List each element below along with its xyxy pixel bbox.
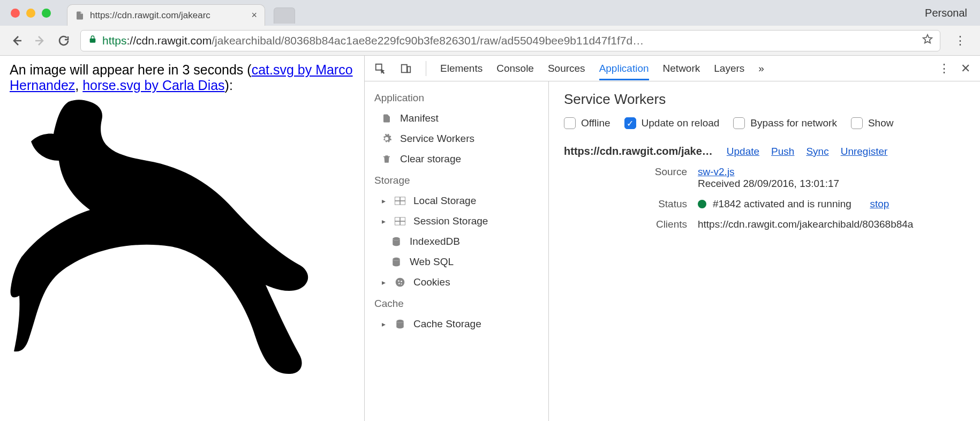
tab-title: https://cdn.rawgit.com/jakearc — [90, 10, 210, 21]
tab-network[interactable]: Network — [663, 63, 700, 74]
sidebar-clear-storage[interactable]: Clear storage — [365, 149, 548, 169]
lock-icon — [88, 34, 97, 47]
tab-more[interactable]: » — [758, 63, 764, 74]
sidebar-cache-storage[interactable]: Cache Storage — [374, 314, 548, 334]
reload-icon — [57, 34, 70, 47]
svg-point-19 — [396, 320, 404, 323]
close-window-button[interactable] — [11, 9, 20, 18]
group-storage: Storage — [365, 169, 548, 191]
svg-rect-0 — [402, 64, 407, 72]
back-button[interactable] — [10, 34, 24, 48]
svg-rect-1 — [408, 66, 411, 72]
sw-origin: https://cdn.rawgit.com/jake… — [564, 145, 713, 157]
devtools-tab-bar: Elements Console Sources Application Net… — [365, 56, 980, 81]
sw-action-links: Update Push Sync Unregister — [727, 146, 888, 157]
sw-stop-link[interactable]: stop — [870, 198, 889, 210]
status-dot-icon — [698, 200, 706, 208]
devtools-close-icon[interactable]: ✕ — [961, 62, 970, 76]
svg-point-16 — [401, 281, 402, 282]
status-label: Status — [623, 198, 687, 210]
label: Manifest — [400, 112, 439, 124]
inspect-icon[interactable] — [374, 63, 386, 74]
devtools-panel: Elements Console Sources Application Net… — [364, 56, 980, 421]
svg-rect-6 — [401, 201, 405, 205]
tab-sources[interactable]: Sources — [548, 63, 585, 74]
show-checkbox[interactable]: Show — [851, 117, 894, 129]
sidebar-websql[interactable]: Web SQL — [374, 252, 548, 272]
sw-received: Received 28/09/2016, 13:01:17 — [698, 178, 839, 189]
sw-unregister-link[interactable]: Unregister — [841, 146, 888, 157]
sw-source-link[interactable]: sw-v2.js — [698, 166, 735, 177]
tab-console[interactable]: Console — [496, 63, 534, 74]
link-horse-svg[interactable]: horse.svg by Carla Dias — [82, 78, 224, 93]
offline-checkbox[interactable]: Offline — [564, 117, 610, 129]
url-text: https://cdn.rawgit.com/jakearchibald/803… — [102, 34, 644, 47]
devtools-sidebar: Application Manifest Service Workers Cle… — [365, 81, 549, 421]
database-icon — [390, 236, 402, 247]
sidebar-service-workers[interactable]: Service Workers — [365, 129, 548, 149]
svg-point-14 — [396, 278, 405, 287]
sidebar-session-storage[interactable]: Session Storage — [374, 211, 548, 231]
svg-point-12 — [393, 237, 400, 240]
minimize-window-button[interactable] — [26, 9, 35, 18]
svg-rect-3 — [395, 197, 399, 200]
tab-layers[interactable]: Layers — [714, 63, 744, 74]
sidebar-indexeddb[interactable]: IndexedDB — [374, 231, 548, 252]
file-icon — [75, 10, 85, 21]
sw-push-link[interactable]: Push — [771, 146, 794, 157]
gear-icon — [381, 133, 393, 144]
label: Web SQL — [410, 256, 454, 268]
table-icon — [394, 217, 406, 225]
browser-menu-button[interactable]: ⋮ — [950, 34, 970, 48]
profile-label[interactable]: Personal — [925, 7, 967, 19]
address-bar[interactable]: https://cdn.rawgit.com/jakearchibald/803… — [80, 30, 940, 51]
label: Service Workers — [400, 133, 474, 145]
group-cache: Cache — [365, 292, 548, 314]
sw-sync-link[interactable]: Sync — [806, 146, 828, 157]
cookie-icon — [394, 277, 406, 288]
bookmark-star-icon[interactable] — [922, 33, 933, 48]
database-icon — [390, 257, 402, 267]
device-toggle-icon[interactable] — [400, 63, 412, 74]
svg-rect-11 — [401, 222, 405, 225]
content-area: An image will appear here in 3 seconds (… — [0, 56, 980, 421]
svg-rect-8 — [395, 217, 399, 221]
toolbar: https://cdn.rawgit.com/jakearchibald/803… — [0, 26, 980, 56]
sidebar-manifest[interactable]: Manifest — [365, 108, 548, 129]
tab-close-icon[interactable]: × — [251, 10, 257, 21]
update-on-reload-checkbox[interactable]: ✓Update on reload — [624, 117, 720, 129]
page-intro: An image will appear here in 3 seconds (… — [10, 62, 355, 93]
label: Cookies — [413, 276, 450, 288]
sidebar-cookies[interactable]: Cookies — [374, 272, 548, 292]
reload-button[interactable] — [57, 34, 71, 48]
titlebar: https://cdn.rawgit.com/jakearc × Persona… — [0, 0, 980, 26]
label: Clear storage — [400, 153, 461, 165]
tab-elements[interactable]: Elements — [440, 63, 483, 74]
horse-image — [10, 96, 355, 378]
bypass-checkbox[interactable]: Bypass for network — [733, 117, 837, 129]
browser-tab[interactable]: https://cdn.rawgit.com/jakearc × — [67, 4, 265, 26]
sw-update-link[interactable]: Update — [727, 146, 759, 157]
sidebar-local-storage[interactable]: Local Storage — [374, 191, 548, 211]
window-controls — [0, 9, 51, 18]
svg-rect-10 — [395, 222, 399, 225]
sw-options-row: Offline ✓Update on reload Bypass for net… — [564, 117, 980, 129]
svg-point-13 — [393, 258, 400, 261]
arrow-left-icon — [10, 34, 23, 47]
page-content: An image will appear here in 3 seconds (… — [0, 56, 364, 421]
new-tab-button[interactable] — [274, 7, 295, 24]
arrow-right-icon — [34, 34, 47, 47]
horse-icon — [10, 96, 310, 375]
svg-rect-4 — [401, 197, 405, 200]
label: Cache Storage — [413, 318, 481, 330]
devtools-menu-icon[interactable]: ⋮ — [938, 62, 950, 76]
svg-point-17 — [398, 283, 400, 284]
svg-rect-9 — [401, 217, 405, 221]
tab-application[interactable]: Application — [599, 63, 649, 80]
maximize-window-button[interactable] — [42, 9, 51, 18]
sw-details-grid: Source sw-v2.js Received 28/09/2016, 13:… — [623, 166, 980, 230]
table-icon — [394, 197, 406, 205]
svg-point-18 — [401, 283, 402, 284]
browser-chrome: https://cdn.rawgit.com/jakearc × Persona… — [0, 0, 980, 56]
separator — [426, 61, 426, 76]
